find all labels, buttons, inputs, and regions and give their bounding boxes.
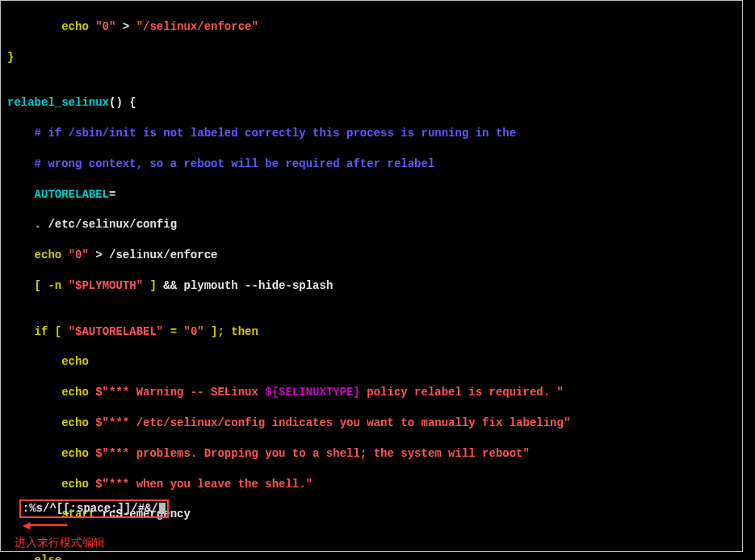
code-line: if [ "$AUTORELABEL" = "0" ]; then [7, 324, 736, 340]
terminal-window[interactable]: echo "0" > "/selinux/enforce" } relabel_… [0, 0, 743, 552]
code-line: echo [7, 354, 736, 370]
arrow-left-icon: ◀━━━━━━ [23, 518, 65, 536]
code-line: relabel_selinux() { [7, 95, 736, 111]
vim-command-text: :%s/^[[:space:]]/#&/ [23, 502, 158, 515]
code-line: . /etc/selinux/config [7, 217, 736, 232]
code-line: # wrong context, so a reboot will be req… [7, 157, 736, 172]
code-line: echo $"*** /etc/selinux/config indicates… [7, 416, 736, 431]
code-line: echo "0" > /selinux/enforce [7, 248, 736, 263]
vim-command-line[interactable]: :%s/^[[:space:]]/#&/ [19, 499, 169, 518]
code-line: } [7, 50, 736, 65]
code-line: AUTORELABEL= [7, 187, 736, 203]
code-line: [ -n "$PLYMOUTH" ] && plymouth --hide-sp… [7, 278, 736, 294]
code-line: echo $"*** Warning -- SELinux ${SELINUXT… [7, 385, 736, 400]
code-line: echo $"*** problems. Dropping you to a s… [7, 446, 736, 462]
cursor-icon [159, 503, 166, 514]
code-line: # if /sbin/init is not labeled correctly… [7, 126, 736, 141]
annotation-label: 进入末行模式编辑 [15, 536, 105, 549]
code-line: else [7, 553, 736, 560]
code-line: echo "0" > "/selinux/enforce" [7, 19, 736, 35]
command-row: :%s/^[[:space:]]/#&/ ◀━━━━━━ 进入末行模式编辑 [1, 484, 742, 551]
